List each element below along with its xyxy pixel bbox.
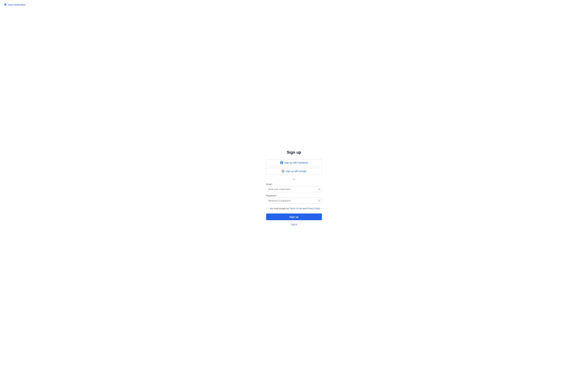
- terms-suffix: .: [320, 207, 321, 210]
- facebook-signup-label: Sign up with Facebook: [285, 161, 308, 164]
- divider-text: or: [293, 178, 295, 180]
- terms-of-use-link[interactable]: Terms of Use: [290, 207, 302, 210]
- google-signup-button[interactable]: Sign up with Google: [266, 168, 322, 175]
- signup-card: Sign up Sign up with Facebook Sign up wi…: [266, 150, 322, 226]
- signup-button[interactable]: Sign up: [266, 214, 322, 220]
- social-buttons: Sign up with Facebook Sign up with Googl…: [266, 159, 322, 175]
- password-input[interactable]: [266, 198, 322, 204]
- brand-name: Saas Boilerplate: [8, 3, 26, 6]
- signup-form: Email* ⊟ Password* ⊟: [266, 183, 322, 226]
- terms-and: and: [302, 207, 307, 210]
- google-signup-label: Sign up with Google: [286, 170, 306, 173]
- email-input[interactable]: [266, 186, 322, 192]
- password-required-marker: *: [276, 194, 277, 197]
- privacy-policy-link[interactable]: Privacy Policy: [307, 207, 320, 210]
- terms-row: You must accept our Terms of Use and Pri…: [266, 207, 322, 210]
- main-content: Sign up Sign up with Facebook Sign up wi…: [0, 9, 588, 367]
- password-input-wrapper: ⊟: [266, 198, 322, 204]
- terms-prefix: You must accept our: [270, 207, 290, 210]
- page-title: Sign up: [287, 150, 301, 155]
- email-label: Email*: [266, 183, 322, 185]
- password-field-group: Password* ⊟: [266, 194, 322, 204]
- brand-icon: ✳: [4, 3, 7, 7]
- brand-logo[interactable]: ✳ Saas Boilerplate: [4, 3, 26, 7]
- email-field-group: Email* ⊟: [266, 183, 322, 192]
- facebook-icon: [280, 161, 283, 164]
- navbar: ✳ Saas Boilerplate: [0, 0, 588, 9]
- terms-text[interactable]: You must accept our Terms of Use and Pri…: [270, 207, 321, 210]
- divider: or: [266, 178, 322, 180]
- facebook-signup-button[interactable]: Sign up with Facebook: [266, 159, 322, 166]
- login-link[interactable]: Log in: [266, 223, 322, 226]
- google-icon: [282, 170, 285, 173]
- terms-checkbox[interactable]: [266, 207, 268, 209]
- email-required-marker: *: [272, 183, 273, 185]
- password-label: Password*: [266, 194, 322, 197]
- email-input-wrapper: ⊟: [266, 186, 322, 192]
